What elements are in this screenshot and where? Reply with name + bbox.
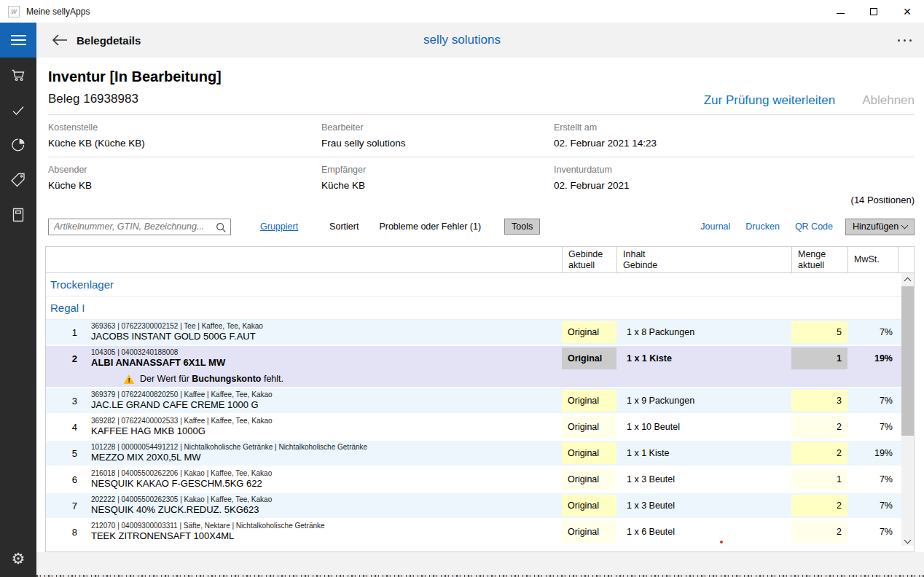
- mwst-cell: 7%: [847, 320, 898, 345]
- gebinde-cell[interactable]: Original: [562, 519, 616, 544]
- minimize-icon: [837, 13, 845, 14]
- article-name: TEEK ZITRONENSAFT 100X4ML: [91, 530, 562, 541]
- toggle-sorted[interactable]: Sortiert: [329, 221, 359, 232]
- scroll-down-icon[interactable]: [904, 537, 912, 544]
- inhalt-cell: 1 x 8 Packungen: [616, 320, 791, 345]
- gebinde-cell[interactable]: Original: [562, 388, 616, 413]
- toggle-problems[interactable]: Probleme oder Fehler (1): [379, 221, 481, 232]
- table-row[interactable]: 5101228 | 00000054491212 | Nichtalkoholi…: [46, 441, 914, 467]
- row-number: 3: [46, 388, 82, 413]
- menge-cell[interactable]: 1: [791, 346, 847, 371]
- gebinde-cell[interactable]: Original: [562, 415, 616, 439]
- search-input[interactable]: [49, 219, 230, 235]
- qr-code-link[interactable]: QR Code: [795, 221, 833, 232]
- checkmark-icon: [9, 101, 27, 119]
- warning-icon: !: [123, 374, 135, 385]
- group-header-lager[interactable]: Trockenlager: [46, 273, 914, 297]
- row-number: 1: [46, 320, 82, 345]
- article-cell: 212070 | 04009300003311 | Säfte, Nektare…: [82, 519, 562, 544]
- field-value: Frau selly solutions: [321, 138, 554, 149]
- article-name: NESQUIK KAKAO F-GESCHM.5KG 622: [91, 478, 562, 489]
- row-number: 6: [46, 467, 82, 492]
- article-meta: 369282 | 07622400002533 | Kaffee | Kaffe…: [91, 417, 562, 425]
- field-value: 02. Februar 2021: [554, 180, 915, 191]
- scroll-up-icon[interactable]: [904, 278, 912, 285]
- row-number: 4: [46, 415, 82, 439]
- article-cell: 202222 | 04005500262305 | Kakao | Kaffee…: [82, 493, 562, 518]
- menge-cell[interactable]: 2: [791, 441, 847, 466]
- menge-cell[interactable]: 5: [791, 320, 847, 345]
- table-row[interactable]: 1369363 | 07622300002152 | Tee | Kaffee,…: [46, 320, 914, 346]
- row-number: 2: [46, 346, 82, 371]
- gebinde-cell[interactable]: Original: [562, 320, 616, 345]
- article-meta: 216018 | 04005500262206 | Kakao | Kaffee…: [91, 469, 562, 477]
- tools-button[interactable]: Tools: [504, 219, 540, 235]
- article-meta: 369363 | 07622300002152 | Tee | Kaffee, …: [91, 322, 562, 330]
- menge-cell[interactable]: 2: [791, 415, 847, 439]
- col-header-mwst: MwSt.: [847, 247, 898, 272]
- more-options-button[interactable]: [896, 35, 913, 46]
- gebinde-cell[interactable]: Original: [562, 467, 616, 492]
- red-dot-marker: [720, 541, 723, 543]
- menge-cell[interactable]: 3: [791, 388, 847, 413]
- forward-for-review-button[interactable]: Zur Prüfung weiterleiten: [704, 93, 835, 108]
- arrow-left-icon: [52, 34, 68, 47]
- inhalt-cell: 1 x 1 Kiste: [616, 346, 791, 371]
- sidebar-item-orders[interactable]: [0, 58, 36, 93]
- mwst-cell: 7%: [847, 467, 898, 492]
- mwst-cell: 7%: [847, 519, 898, 544]
- article-cell: 104305 | 04003240188008ALBI ANANASSAFT 6…: [82, 346, 562, 371]
- article-name: MEZZO MIX 20X0,5L MW: [91, 452, 562, 463]
- table-row[interactable]: 7202222 | 04005500262305 | Kakao | Kaffe…: [46, 493, 914, 519]
- table-row[interactable]: 4369282 | 07622400002533 | Kaffee | Kaff…: [46, 415, 914, 441]
- table-row[interactable]: 8212070 | 04009300003311 | Säfte, Nektar…: [46, 519, 914, 546]
- menge-cell[interactable]: 1: [791, 467, 847, 492]
- app-logo-icon: w: [8, 6, 20, 17]
- field-label: Inventurdatum: [554, 165, 915, 175]
- back-button[interactable]: [52, 34, 68, 47]
- article-meta: 101228 | 00000054491212 | Nichtalkoholis…: [91, 443, 562, 451]
- minimize-button[interactable]: [823, 0, 857, 23]
- gebinde-cell[interactable]: Original: [562, 493, 616, 518]
- pie-chart-icon: [9, 136, 27, 154]
- document-number: Beleg 16938983: [48, 92, 222, 106]
- table-row[interactable]: 6216018 | 04005500262206 | Kakao | Kaffe…: [46, 467, 914, 493]
- table-row[interactable]: 3369379 | 07622400820250 | Kaffee | Kaff…: [46, 388, 914, 415]
- menge-cell[interactable]: 2: [791, 493, 847, 518]
- sidebar-item-pricetags[interactable]: [0, 162, 36, 197]
- maximize-button[interactable]: [857, 0, 890, 23]
- journal-link[interactable]: Journal: [700, 221, 730, 232]
- add-button[interactable]: Hinzufügen: [845, 219, 915, 235]
- inhalt-cell: 1 x 3 Beutel: [616, 467, 791, 492]
- article-cell: 369363 | 07622300002152 | Tee | Kaffee, …: [82, 320, 562, 345]
- table-body: Trockenlager Regal I 1369363 | 076223000…: [46, 273, 914, 546]
- field-value: Küche KB (Küche KB): [48, 138, 321, 149]
- gebinde-cell[interactable]: Original: [562, 346, 616, 371]
- sidebar-item-catalog[interactable]: [0, 197, 36, 232]
- field-label: Absender: [48, 165, 321, 175]
- article-meta: 212070 | 04009300003311 | Säfte, Nektare…: [91, 522, 562, 530]
- hamburger-menu-button[interactable]: [0, 23, 36, 58]
- menge-cell[interactable]: 2: [791, 519, 847, 544]
- gebinde-cell[interactable]: Original: [562, 441, 616, 466]
- toggle-grouped[interactable]: Gruppiert: [260, 221, 298, 232]
- close-button[interactable]: ×: [890, 0, 924, 23]
- print-link[interactable]: Drucken: [745, 221, 780, 232]
- sidebar-item-statistics[interactable]: [0, 127, 36, 162]
- col-header-menge: Mengeaktuell: [791, 247, 847, 272]
- article-meta: 104305 | 04003240188008: [91, 348, 562, 356]
- vertical-scrollbar[interactable]: [901, 273, 914, 546]
- settings-button[interactable]: ⚙: [0, 545, 36, 571]
- price-tag-icon: [9, 171, 27, 189]
- group-header-regal[interactable]: Regal I: [46, 297, 914, 320]
- article-cell: 216018 | 04005500262206 | Kakao | Kaffee…: [82, 467, 562, 492]
- article-name: JAC.LE GRAND CAFE CREME 1000 G: [91, 399, 562, 410]
- inhalt-cell: 1 x 1 Kiste: [616, 441, 791, 466]
- mwst-cell: 19%: [847, 441, 898, 466]
- scrollbar-thumb[interactable]: [901, 286, 914, 436]
- inhalt-cell: 1 x 10 Beutel: [616, 415, 791, 439]
- sidebar-item-approvals[interactable]: [0, 93, 36, 127]
- table-row[interactable]: 2104305 | 04003240188008ALBI ANANASSAFT …: [46, 346, 914, 388]
- reject-button[interactable]: Ablehnen: [862, 93, 915, 108]
- field-value: Küche KB: [48, 180, 321, 191]
